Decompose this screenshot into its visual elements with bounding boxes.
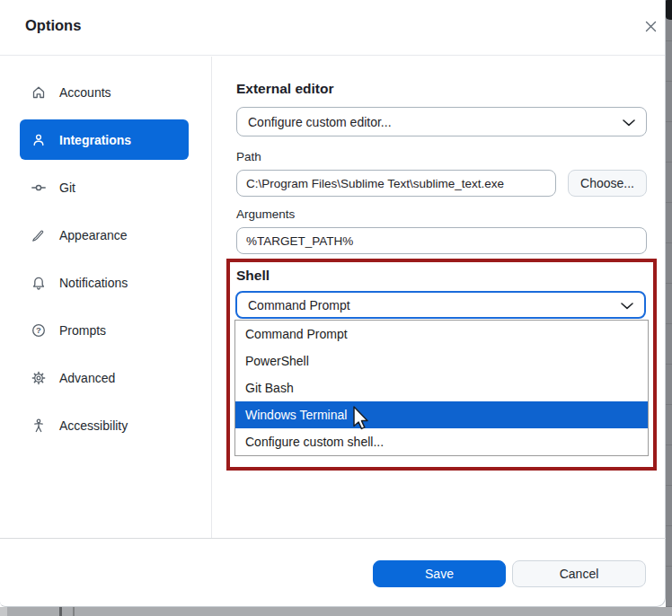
external-editor-select-value: Configure custom editor... bbox=[248, 115, 392, 129]
shell-option-windows-terminal[interactable]: Windows Terminal bbox=[235, 401, 648, 428]
dialog-header: Options bbox=[0, 0, 665, 56]
shell-option-git-bash[interactable]: Git Bash bbox=[235, 374, 648, 401]
footer-divider bbox=[0, 538, 666, 539]
sidebar-item-appearance[interactable]: Appearance bbox=[20, 215, 189, 255]
bell-icon bbox=[31, 276, 46, 290]
person-icon bbox=[31, 133, 46, 147]
shell-dropdown-list: Command Prompt PowerShell Git Bash Windo… bbox=[234, 320, 649, 456]
path-label: Path bbox=[236, 150, 261, 163]
accessibility-icon bbox=[31, 418, 46, 433]
background-app-right-edge bbox=[666, 0, 672, 616]
shell-option-configure-custom-shell[interactable]: Configure custom shell... bbox=[235, 428, 648, 455]
shell-option-powershell[interactable]: PowerShell bbox=[235, 348, 648, 374]
svg-text:?: ? bbox=[36, 325, 41, 335]
external-editor-heading: External editor bbox=[236, 81, 334, 97]
choose-button[interactable]: Choose... bbox=[568, 170, 647, 197]
question-icon: ? bbox=[31, 323, 46, 338]
sidebar: Accounts Integrations Git Appearance Not… bbox=[0, 57, 212, 538]
path-input[interactable] bbox=[236, 170, 556, 197]
gear-icon bbox=[31, 371, 46, 385]
arguments-input[interactable] bbox=[236, 227, 647, 254]
sidebar-item-label: Accounts bbox=[59, 85, 111, 100]
git-commit-icon bbox=[31, 180, 46, 195]
background-app-bottom-strip bbox=[0, 607, 672, 616]
bottom-strip-divider bbox=[59, 607, 62, 616]
shell-select-value: Command Prompt bbox=[248, 298, 350, 312]
sidebar-item-advanced[interactable]: Advanced bbox=[20, 357, 189, 398]
shell-heading: Shell bbox=[236, 268, 270, 284]
sidebar-item-integrations[interactable]: Integrations bbox=[20, 119, 189, 160]
save-button[interactable]: Save bbox=[373, 560, 506, 587]
sidebar-item-label: Notifications bbox=[59, 276, 128, 290]
background-app-corner bbox=[665, 0, 672, 20]
sidebar-item-label: Advanced bbox=[59, 371, 115, 385]
cancel-button[interactable]: Cancel bbox=[512, 560, 646, 587]
sidebar-item-label: Accessibility bbox=[59, 418, 128, 433]
shell-select[interactable]: Command Prompt bbox=[235, 291, 646, 319]
home-icon bbox=[31, 85, 46, 100]
arguments-label: Arguments bbox=[236, 207, 295, 221]
dialog-title: Options bbox=[25, 17, 81, 34]
external-editor-select[interactable]: Configure custom editor... bbox=[236, 107, 647, 136]
sidebar-item-label: Prompts bbox=[59, 323, 106, 338]
chevron-down-icon bbox=[621, 298, 633, 312]
sidebar-item-accessibility[interactable]: Accessibility bbox=[20, 405, 189, 445]
chevron-down-icon bbox=[623, 115, 635, 129]
bottom-strip-divider bbox=[73, 607, 75, 616]
paintbrush-icon bbox=[31, 228, 46, 242]
sidebar-item-prompts[interactable]: ? Prompts bbox=[20, 310, 189, 350]
bottom-strip-segment bbox=[0, 607, 7, 616]
sidebar-item-git[interactable]: Git bbox=[20, 167, 189, 207]
sidebar-item-label: Git bbox=[59, 180, 75, 195]
options-dialog: Options Accounts Integrations Git bbox=[0, 0, 666, 607]
sidebar-item-label: Appearance bbox=[59, 228, 128, 242]
sidebar-item-notifications[interactable]: Notifications bbox=[20, 262, 189, 303]
shell-option-command-prompt[interactable]: Command Prompt bbox=[235, 321, 648, 348]
sidebar-item-accounts[interactable]: Accounts bbox=[20, 72, 189, 112]
close-button[interactable] bbox=[639, 16, 662, 40]
close-icon bbox=[645, 21, 657, 35]
sidebar-item-label: Integrations bbox=[59, 133, 131, 147]
